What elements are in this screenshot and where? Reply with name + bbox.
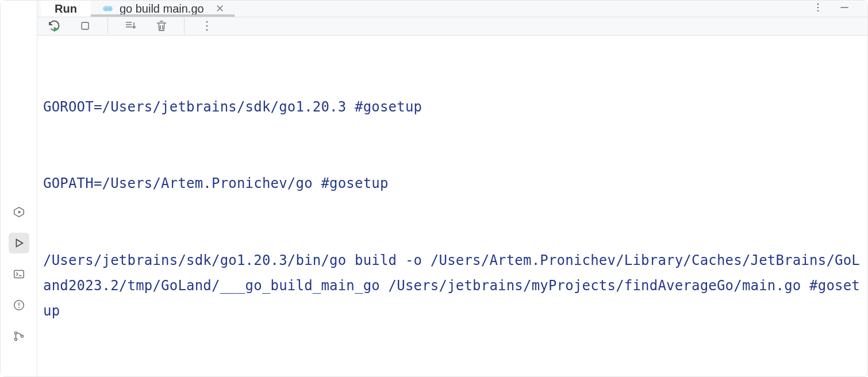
rerun-icon[interactable] [45, 17, 63, 34]
minimize-icon[interactable] [839, 2, 850, 16]
svg-rect-20 [82, 22, 89, 29]
main-pane: Run go build main.go ✕ [37, 1, 867, 376]
console-line: /Users/jetbrains/sdk/go1.20.3/bin/go bui… [43, 248, 862, 324]
toolbar-separator [107, 18, 108, 34]
svg-point-22 [206, 25, 208, 27]
close-icon[interactable]: ✕ [216, 3, 224, 14]
toolbar-more-icon[interactable] [198, 17, 216, 34]
stop-icon[interactable] [76, 17, 94, 34]
services-icon[interactable] [9, 202, 29, 222]
console-line: /Users/Artem.Pronichev/Library/Caches/Je… [43, 375, 862, 376]
terminal-icon[interactable] [9, 264, 29, 284]
vcs-icon[interactable] [9, 326, 29, 347]
scroll-to-end-icon[interactable] [122, 17, 139, 34]
run-tool-window: Run go build main.go ✕ [0, 0, 868, 377]
tab-run[interactable]: Run [41, 1, 91, 17]
console-output[interactable]: GOROOT=/Users/jetbrains/sdk/go1.20.3 #go… [37, 36, 867, 377]
toolbar-separator [184, 18, 185, 34]
svg-point-14 [109, 7, 109, 8]
svg-point-13 [105, 7, 105, 8]
svg-point-7 [14, 338, 17, 340]
svg-marker-1 [18, 210, 21, 214]
svg-point-21 [206, 21, 208, 23]
svg-point-16 [817, 7, 819, 9]
svg-marker-19 [55, 28, 58, 31]
problems-icon[interactable] [9, 295, 29, 316]
run-icon[interactable] [9, 233, 29, 253]
tab-run-config[interactable]: go build main.go ✕ [91, 1, 235, 17]
svg-point-15 [817, 3, 819, 5]
svg-point-10 [107, 6, 113, 11]
more-icon[interactable] [812, 2, 824, 16]
tab-bar: Run go build main.go ✕ [37, 1, 867, 17]
svg-point-6 [14, 332, 17, 334]
tab-run-label: Run [55, 2, 77, 16]
svg-rect-3 [14, 271, 24, 278]
svg-marker-2 [16, 240, 22, 247]
left-gutter [1, 1, 37, 376]
run-toolbar [37, 17, 867, 35]
console-line: GOPATH=/Users/Artem.Pronichev/go #gosetu… [43, 171, 862, 196]
svg-point-23 [206, 29, 208, 31]
svg-point-5 [18, 307, 20, 308]
go-file-icon [101, 2, 114, 15]
tab-bar-controls [812, 1, 867, 17]
console-line: GOROOT=/Users/jetbrains/sdk/go1.20.3 #go… [43, 94, 862, 120]
clear-all-icon[interactable] [153, 17, 170, 34]
tab-run-config-label: go build main.go [120, 2, 204, 16]
svg-point-17 [817, 10, 819, 12]
